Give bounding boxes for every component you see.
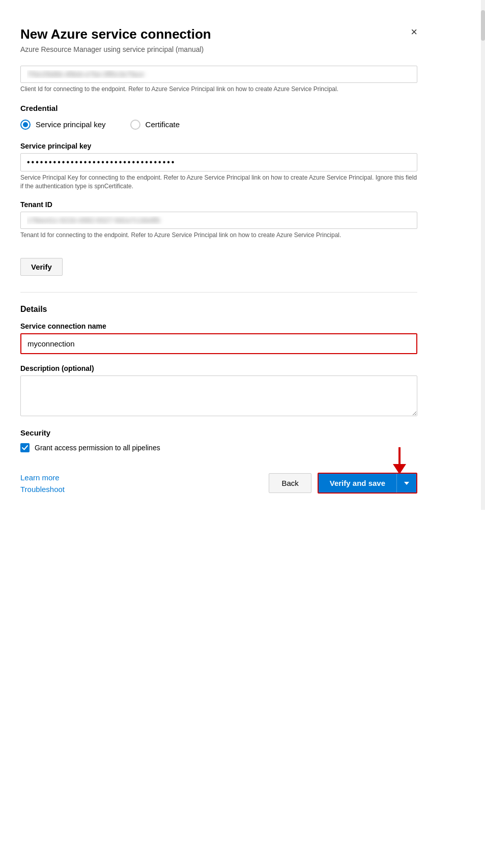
- svg-marker-1: [393, 464, 406, 474]
- radio-circle-spk: [20, 120, 31, 130]
- grant-access-label: Grant access permission to all pipelines: [35, 444, 160, 452]
- description-group: Description (optional): [20, 364, 417, 418]
- panel-subtitle: Azure Resource Manager using service pri…: [20, 45, 417, 53]
- verify-save-button[interactable]: Verify and save: [319, 474, 396, 493]
- red-arrow-indicator: [387, 445, 412, 477]
- panel-title: New Azure service connection: [20, 26, 211, 42]
- radio-service-principal-key[interactable]: Service principal key: [20, 120, 106, 130]
- footer: Learn more Troubleshoot Back Verify and …: [20, 465, 417, 494]
- description-textarea[interactable]: [20, 375, 417, 416]
- tenant-id-label: Tenant ID: [20, 200, 417, 209]
- credential-radio-group: Service principal key Certificate: [20, 120, 417, 130]
- section-divider: [20, 292, 417, 293]
- radio-label-spk: Service principal key: [36, 120, 106, 129]
- service-principal-key-hint: Service Principal Key for connecting to …: [20, 173, 417, 191]
- security-section: Security Grant access permission to all …: [20, 428, 417, 452]
- client-id-hint: Client Id for connecting to the endpoint…: [20, 85, 417, 94]
- learn-more-link[interactable]: Learn more: [20, 473, 65, 482]
- radio-certificate[interactable]: Certificate: [130, 120, 180, 130]
- verify-save-wrapper: Verify and save: [318, 473, 417, 494]
- grant-access-checkbox[interactable]: [20, 443, 30, 452]
- client-id-group: Client Id for connecting to the endpoint…: [20, 66, 417, 94]
- service-connection-name-label: Service connection name: [20, 322, 417, 330]
- chevron-down-icon: [404, 482, 409, 485]
- security-label: Security: [20, 428, 417, 437]
- footer-links: Learn more Troubleshoot: [20, 473, 65, 494]
- grant-access-checkbox-item[interactable]: Grant access permission to all pipelines: [20, 443, 417, 452]
- radio-label-cert: Certificate: [146, 120, 180, 129]
- scrollbar-thumb[interactable]: [481, 10, 485, 41]
- back-button[interactable]: Back: [269, 473, 311, 493]
- client-id-input[interactable]: [20, 66, 417, 83]
- tenant-id-group: Tenant ID Tenant Id for connecting to th…: [20, 200, 417, 240]
- description-label: Description (optional): [20, 364, 417, 372]
- verify-button[interactable]: Verify: [20, 258, 63, 276]
- service-connection-name-group: Service connection name: [20, 322, 417, 354]
- troubleshoot-link[interactable]: Troubleshoot: [20, 485, 65, 494]
- scrollbar-track[interactable]: [481, 0, 485, 510]
- checkmark-icon: [22, 445, 28, 451]
- tenant-id-input[interactable]: [20, 212, 417, 229]
- service-connection-name-input[interactable]: [20, 333, 417, 354]
- footer-actions: Back Verify and save: [269, 473, 417, 494]
- close-button[interactable]: ×: [411, 26, 417, 38]
- credential-group: Credential Service principal key Certifi…: [20, 104, 417, 130]
- details-section-title: Details: [20, 305, 417, 314]
- credential-label: Credential: [20, 104, 417, 112]
- service-principal-key-group: Service principal key Service Principal …: [20, 142, 417, 191]
- tenant-id-hint: Tenant Id for connecting to the endpoint…: [20, 231, 417, 240]
- panel-header: New Azure service connection ×: [20, 26, 417, 42]
- radio-circle-cert: [130, 120, 140, 130]
- service-principal-key-input[interactable]: [20, 153, 417, 171]
- service-principal-key-label: Service principal key: [20, 142, 417, 150]
